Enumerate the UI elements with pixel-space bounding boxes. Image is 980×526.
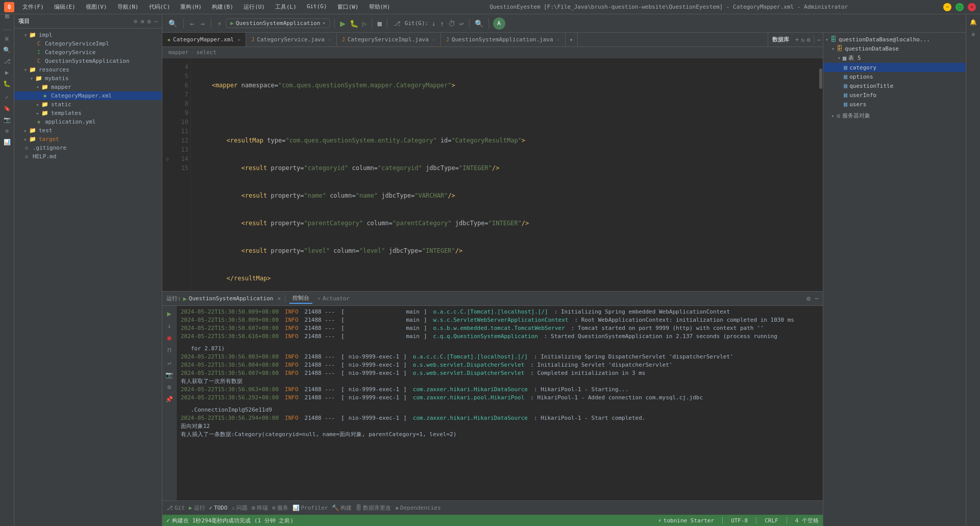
tab-categoryserviceimpl-java[interactable]: J CategoryServiceImpl.java ✕: [337, 33, 441, 46]
run-icon-pin[interactable]: 📌: [164, 394, 175, 405]
toolbar-git-revert[interactable]: ↩: [458, 19, 464, 28]
db-table-options[interactable]: ▦ options: [823, 72, 966, 81]
tree-item-helpmd[interactable]: ◇ HELP.md: [14, 152, 162, 161]
run-icon-stop[interactable]: ■: [164, 332, 175, 344]
left-icon-run[interactable]: ▶: [2, 67, 13, 78]
run-log-content[interactable]: 2024-05-22T15:30:50.009+08:00 INFO 21488…: [177, 306, 823, 500]
project-gear-icon[interactable]: ⚙: [148, 18, 151, 25]
tree-item-mapper[interactable]: ▾ 📁 mapper: [14, 83, 162, 91]
toolbar-run-with-coverage-btn[interactable]: ▷: [361, 19, 368, 28]
left-icon-bookmark[interactable]: 🔖: [2, 103, 13, 114]
menu-window[interactable]: 窗口(W): [333, 2, 363, 12]
toolbar-todo[interactable]: ✓ TODO: [209, 505, 228, 511]
statusbar-encoding[interactable]: UTF-8: [731, 517, 748, 524]
toolbar-run-config-icon[interactable]: ⚡: [215, 18, 224, 29]
toolbar-git-update[interactable]: ↓: [430, 19, 436, 28]
toolbar-profiler[interactable]: 📊 Profiler: [292, 505, 328, 511]
menu-tools[interactable]: 工具(L): [271, 2, 301, 12]
db-table-questiontitle[interactable]: ▦ questionTitle: [823, 81, 966, 90]
vertical-tab-project[interactable]: 项目: [1, 16, 14, 29]
project-hide-icon[interactable]: −: [154, 18, 158, 25]
menu-nav[interactable]: 导航(N): [113, 2, 143, 12]
db-gear-icon[interactable]: ⚙: [807, 36, 811, 43]
project-collapse-icon[interactable]: ≡: [140, 18, 144, 25]
db-hide-icon[interactable]: −: [817, 36, 821, 43]
tree-item-categoryserviceimpl[interactable]: C CategoryServiceImpl: [14, 39, 162, 48]
toolbar-db-changes[interactable]: 🗄 数据库更改: [356, 504, 391, 512]
db-tree-server-objects[interactable]: ▸ ⚙ 服务器对象: [823, 111, 966, 121]
tab-close-categoryserviceimpl[interactable]: ✕: [432, 37, 435, 42]
db-plus-icon[interactable]: +: [795, 36, 799, 43]
maximize-button[interactable]: □: [955, 3, 964, 11]
left-icon-todo[interactable]: ✓: [2, 91, 13, 103]
left-icon-debug[interactable]: 🐛: [2, 78, 13, 89]
tree-item-target[interactable]: ▸ 📁 target: [14, 135, 162, 144]
run-tab-actuator[interactable]: ⚡ Actuator: [314, 294, 353, 303]
tree-item-categorymapper-xml[interactable]: ◈ CategoryMapper.xml: [14, 91, 162, 100]
db-tree-connection[interactable]: ▾ 🗄 questionDataBase@localho...: [823, 35, 966, 44]
menu-help[interactable]: 帮助(H): [365, 2, 395, 12]
run-icon-filter[interactable]: ⊓: [164, 345, 175, 356]
left-icon-vcs[interactable]: ⎇: [2, 56, 13, 67]
db-table-category[interactable]: ▦ category: [823, 63, 966, 72]
run-hide-icon[interactable]: −: [815, 295, 819, 302]
tab-close-categorymapper[interactable]: ✕: [237, 37, 240, 42]
toolbar-terminal[interactable]: ⊞ 终端: [252, 504, 268, 512]
tree-item-resources[interactable]: ▾ 📁 resources: [14, 65, 162, 74]
menu-code[interactable]: 代码(C): [145, 2, 175, 12]
tab-questionsystemapp-java[interactable]: J QuestionSystemApplication.java ✕: [441, 33, 566, 46]
left-icon-profiler[interactable]: 📊: [2, 136, 13, 148]
statusbar-indent[interactable]: 4 个空格: [795, 517, 819, 524]
toolbar-search-icon[interactable]: 🔍: [166, 18, 179, 29]
menu-refactor[interactable]: 重构(H): [176, 2, 206, 12]
toolbar-vcs-icon[interactable]: ⎇: [391, 19, 403, 28]
statusbar-line-sep[interactable]: CRLF: [765, 517, 778, 524]
code-content[interactable]: <mapper namespace="com.ques.questionSyst…: [191, 58, 819, 291]
tab-bar-more-btn[interactable]: ▾: [566, 33, 578, 46]
minimize-button[interactable]: −: [943, 3, 951, 11]
run-icon-restart[interactable]: ▶: [164, 308, 175, 319]
run-settings-icon[interactable]: ⚙: [806, 295, 811, 302]
run-icon-settings[interactable]: ⚙: [164, 381, 175, 393]
tree-item-mybatis[interactable]: ▾ 📁 mybatis: [14, 74, 162, 83]
db-table-users[interactable]: ▦ users: [823, 100, 966, 109]
menu-run[interactable]: 运行(U): [239, 2, 269, 12]
breadcrumb-select[interactable]: select: [196, 49, 216, 56]
tree-item-templates[interactable]: ▸ 📁 templates: [14, 109, 162, 117]
toolbar-run[interactable]: ▶ 运行: [189, 504, 205, 512]
tab-close-questionsystemapp[interactable]: ✕: [557, 37, 560, 42]
tab-categorymapper-xml[interactable]: ◈ CategoryMapper.xml ✕: [162, 33, 246, 47]
toolbar-build[interactable]: 🔨 构建: [332, 504, 352, 512]
run-tab-console[interactable]: 控制台: [289, 293, 312, 304]
toolbar-dependencies[interactable]: ◈ Dependencies: [395, 505, 440, 511]
close-button[interactable]: ×: [968, 3, 976, 11]
menu-edit[interactable]: 编辑(E): [50, 2, 80, 12]
toolbar-run-dropdown[interactable]: ▶ QuestionSystemApplication ▾: [226, 18, 330, 28]
toolbar-profile-icon[interactable]: A: [493, 17, 505, 30]
left-icon-structure[interactable]: ⌘: [2, 33, 13, 44]
code-editor[interactable]: ⊖ 4 5 6 7: [162, 58, 823, 291]
toolbar-services[interactable]: ⚙ 服务: [272, 504, 288, 512]
left-icon-services[interactable]: ⚙: [2, 125, 13, 136]
toolbar-git-push[interactable]: ↑: [439, 19, 445, 28]
db-tree-tables[interactable]: ▾ ▦ 表 5: [823, 53, 966, 63]
menu-view[interactable]: 视图(V): [82, 2, 111, 12]
toolbar-run-btn[interactable]: ▶: [339, 18, 347, 29]
toolbar-problems[interactable]: ⚠ 问题: [232, 504, 248, 512]
tree-item-categoryservice[interactable]: I CategoryService: [14, 48, 162, 57]
right-icon-notifications[interactable]: 🔔: [968, 16, 979, 28]
right-icon-settings[interactable]: ⚙: [968, 29, 979, 40]
tree-item-static[interactable]: ▸ 📁 static: [14, 100, 162, 109]
tree-item-impl[interactable]: ▾ 📁 impl: [14, 31, 162, 39]
run-icon-rerun[interactable]: ↓: [164, 320, 175, 331]
menu-file[interactable]: 文件(F): [18, 2, 48, 12]
tree-item-gitignore[interactable]: ◇ .gitignore: [14, 144, 162, 152]
breadcrumb-mapper[interactable]: mapper: [168, 49, 189, 56]
menu-build[interactable]: 构建(B): [208, 2, 237, 12]
left-icon-camera[interactable]: 📷: [2, 114, 13, 125]
tab-close-categoryservice[interactable]: ✕: [328, 37, 331, 42]
toolbar-git-history[interactable]: ⏱: [447, 19, 456, 28]
toolbar-back-icon[interactable]: ←: [188, 18, 196, 29]
toolbar-git[interactable]: ⎇ Git: [166, 505, 185, 511]
left-icon-search[interactable]: 🔍: [2, 44, 13, 56]
